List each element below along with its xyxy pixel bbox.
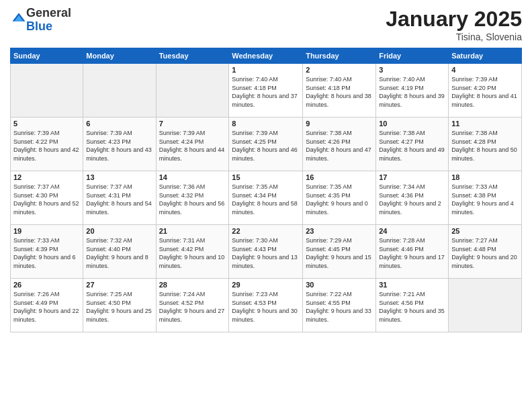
calendar-week-row: 5Sunrise: 7:39 AM Sunset: 4:22 PM Daylig… — [11, 118, 522, 171]
calendar-cell: 14Sunrise: 7:36 AM Sunset: 4:32 PM Dayli… — [156, 171, 229, 225]
day-info: Sunrise: 7:39 AM Sunset: 4:24 PM Dayligh… — [159, 129, 226, 163]
day-info: Sunrise: 7:38 AM Sunset: 4:27 PM Dayligh… — [379, 129, 445, 163]
calendar-cell: 3Sunrise: 7:40 AM Sunset: 4:19 PM Daylig… — [376, 64, 449, 118]
calendar-week-row: 12Sunrise: 7:37 AM Sunset: 4:30 PM Dayli… — [11, 171, 522, 225]
logo-blue: Blue — [26, 19, 52, 33]
calendar-cell — [156, 64, 229, 118]
day-info: Sunrise: 7:37 AM Sunset: 4:30 PM Dayligh… — [13, 183, 80, 216]
day-info: Sunrise: 7:40 AM Sunset: 4:18 PM Dayligh… — [306, 75, 373, 109]
calendar-cell: 20Sunrise: 7:32 AM Sunset: 4:40 PM Dayli… — [83, 225, 156, 279]
day-number: 29 — [232, 281, 300, 289]
day-info: Sunrise: 7:36 AM Sunset: 4:32 PM Dayligh… — [159, 183, 226, 216]
day-info: Sunrise: 7:35 AM Sunset: 4:34 PM Dayligh… — [232, 183, 300, 216]
day-info: Sunrise: 7:26 AM Sunset: 4:49 PM Dayligh… — [13, 290, 80, 324]
calendar-cell: 25Sunrise: 7:27 AM Sunset: 4:48 PM Dayli… — [449, 225, 522, 279]
calendar-header: SundayMondayTuesdayWednesdayThursdayFrid… — [11, 48, 522, 64]
day-info: Sunrise: 7:39 AM Sunset: 4:25 PM Dayligh… — [232, 129, 300, 163]
day-info: Sunrise: 7:24 AM Sunset: 4:52 PM Dayligh… — [159, 290, 226, 324]
day-number: 6 — [86, 120, 152, 128]
logo: General Blue — [10, 7, 71, 34]
day-number: 10 — [379, 120, 445, 128]
calendar-week-row: 26Sunrise: 7:26 AM Sunset: 4:49 PM Dayli… — [11, 279, 522, 332]
day-number: 17 — [379, 173, 445, 181]
calendar-cell: 11Sunrise: 7:38 AM Sunset: 4:28 PM Dayli… — [449, 118, 522, 171]
day-number: 14 — [159, 173, 226, 181]
day-number: 26 — [13, 281, 80, 289]
location: Tisina, Slovenia — [386, 32, 522, 42]
weekday-header-row: SundayMondayTuesdayWednesdayThursdayFrid… — [11, 48, 522, 64]
calendar-cell: 21Sunrise: 7:31 AM Sunset: 4:42 PM Dayli… — [156, 225, 229, 279]
logo-text: General Blue — [26, 7, 71, 34]
day-info: Sunrise: 7:38 AM Sunset: 4:26 PM Dayligh… — [306, 129, 373, 163]
day-info: Sunrise: 7:39 AM Sunset: 4:22 PM Dayligh… — [13, 129, 80, 163]
calendar-cell: 15Sunrise: 7:35 AM Sunset: 4:34 PM Dayli… — [229, 171, 303, 225]
title-block: January 2025 Tisina, Slovenia — [386, 7, 522, 42]
calendar-cell: 28Sunrise: 7:24 AM Sunset: 4:52 PM Dayli… — [156, 279, 229, 332]
calendar-cell: 2Sunrise: 7:40 AM Sunset: 4:18 PM Daylig… — [303, 64, 376, 118]
calendar-cell: 22Sunrise: 7:30 AM Sunset: 4:43 PM Dayli… — [229, 225, 303, 279]
calendar-cell: 19Sunrise: 7:33 AM Sunset: 4:39 PM Dayli… — [11, 225, 83, 279]
day-info: Sunrise: 7:32 AM Sunset: 4:40 PM Dayligh… — [86, 236, 152, 270]
day-number: 11 — [451, 120, 519, 128]
calendar-cell — [449, 279, 522, 332]
day-number: 13 — [86, 173, 152, 181]
calendar-cell: 23Sunrise: 7:29 AM Sunset: 4:45 PM Dayli… — [303, 225, 376, 279]
calendar-cell: 26Sunrise: 7:26 AM Sunset: 4:49 PM Dayli… — [11, 279, 83, 332]
day-number: 19 — [13, 227, 80, 235]
day-info: Sunrise: 7:39 AM Sunset: 4:23 PM Dayligh… — [86, 129, 152, 163]
day-number: 24 — [379, 227, 445, 235]
day-info: Sunrise: 7:39 AM Sunset: 4:20 PM Dayligh… — [451, 75, 519, 109]
logo-icon — [11, 11, 26, 26]
day-number: 5 — [13, 120, 80, 128]
calendar-cell — [11, 64, 83, 118]
day-info: Sunrise: 7:30 AM Sunset: 4:43 PM Dayligh… — [232, 236, 300, 270]
day-info: Sunrise: 7:23 AM Sunset: 4:53 PM Dayligh… — [232, 290, 300, 324]
calendar-cell: 18Sunrise: 7:33 AM Sunset: 4:38 PM Dayli… — [449, 171, 522, 225]
weekday-header: Thursday — [303, 48, 376, 64]
calendar-body: 1Sunrise: 7:40 AM Sunset: 4:18 PM Daylig… — [11, 64, 522, 332]
weekday-header: Tuesday — [156, 48, 229, 64]
day-number: 31 — [379, 281, 445, 289]
calendar-cell: 5Sunrise: 7:39 AM Sunset: 4:22 PM Daylig… — [11, 118, 83, 171]
weekday-header: Wednesday — [229, 48, 303, 64]
day-number: 12 — [13, 173, 80, 181]
day-info: Sunrise: 7:22 AM Sunset: 4:55 PM Dayligh… — [306, 290, 373, 324]
calendar-cell: 4Sunrise: 7:39 AM Sunset: 4:20 PM Daylig… — [449, 64, 522, 118]
header: General Blue January 2025 Tisina, Sloven… — [10, 7, 522, 42]
calendar-cell: 24Sunrise: 7:28 AM Sunset: 4:46 PM Dayli… — [376, 225, 449, 279]
day-info: Sunrise: 7:27 AM Sunset: 4:48 PM Dayligh… — [451, 236, 519, 270]
day-number: 18 — [451, 173, 519, 181]
month-title: January 2025 — [386, 7, 522, 32]
day-number: 20 — [86, 227, 152, 235]
day-info: Sunrise: 7:21 AM Sunset: 4:56 PM Dayligh… — [379, 290, 445, 324]
calendar-cell: 8Sunrise: 7:39 AM Sunset: 4:25 PM Daylig… — [229, 118, 303, 171]
day-info: Sunrise: 7:37 AM Sunset: 4:31 PM Dayligh… — [86, 183, 152, 216]
day-info: Sunrise: 7:33 AM Sunset: 4:39 PM Dayligh… — [13, 236, 80, 270]
calendar-cell: 17Sunrise: 7:34 AM Sunset: 4:36 PM Dayli… — [376, 171, 449, 225]
calendar-cell: 13Sunrise: 7:37 AM Sunset: 4:31 PM Dayli… — [83, 171, 156, 225]
logo-general: General — [26, 6, 71, 19]
calendar-cell: 29Sunrise: 7:23 AM Sunset: 4:53 PM Dayli… — [229, 279, 303, 332]
day-info: Sunrise: 7:35 AM Sunset: 4:35 PM Dayligh… — [306, 183, 373, 216]
weekday-header: Sunday — [11, 48, 83, 64]
calendar-cell: 30Sunrise: 7:22 AM Sunset: 4:55 PM Dayli… — [303, 279, 376, 332]
day-number: 9 — [306, 120, 373, 128]
day-info: Sunrise: 7:28 AM Sunset: 4:46 PM Dayligh… — [379, 236, 445, 270]
day-number: 4 — [451, 66, 519, 74]
day-info: Sunrise: 7:33 AM Sunset: 4:38 PM Dayligh… — [451, 183, 519, 216]
day-info: Sunrise: 7:40 AM Sunset: 4:19 PM Dayligh… — [379, 75, 445, 109]
page: General Blue January 2025 Tisina, Sloven… — [0, 0, 532, 411]
weekday-header: Saturday — [449, 48, 522, 64]
day-info: Sunrise: 7:38 AM Sunset: 4:28 PM Dayligh… — [451, 129, 519, 163]
calendar-cell: 9Sunrise: 7:38 AM Sunset: 4:26 PM Daylig… — [303, 118, 376, 171]
day-number: 2 — [306, 66, 373, 74]
weekday-header: Friday — [376, 48, 449, 64]
day-info: Sunrise: 7:25 AM Sunset: 4:50 PM Dayligh… — [86, 290, 152, 324]
day-info: Sunrise: 7:40 AM Sunset: 4:18 PM Dayligh… — [232, 75, 300, 109]
day-info: Sunrise: 7:34 AM Sunset: 4:36 PM Dayligh… — [379, 183, 445, 216]
day-number: 27 — [86, 281, 152, 289]
weekday-header: Monday — [83, 48, 156, 64]
day-number: 22 — [232, 227, 300, 235]
calendar-week-row: 19Sunrise: 7:33 AM Sunset: 4:39 PM Dayli… — [11, 225, 522, 279]
day-info: Sunrise: 7:29 AM Sunset: 4:45 PM Dayligh… — [306, 236, 373, 270]
